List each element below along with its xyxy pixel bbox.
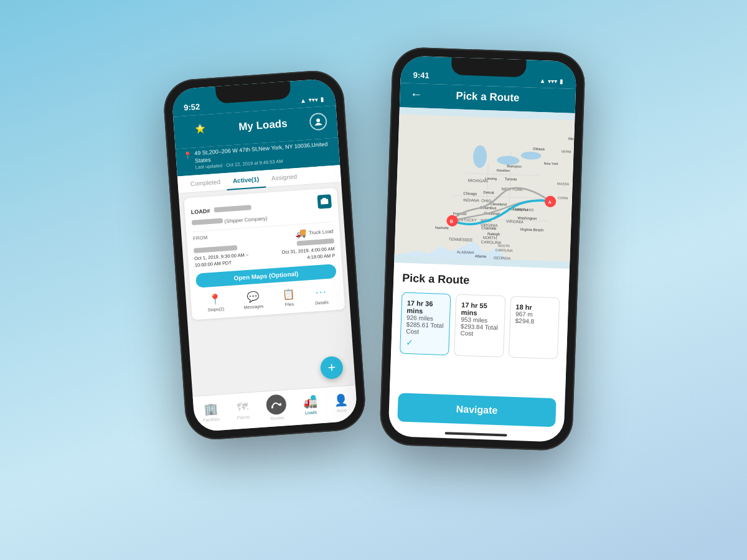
- route-map: MICHIGAN INDIANA OHIO NEW YORK KENTUCKY …: [394, 107, 575, 269]
- location-icon-1: ▲: [300, 97, 307, 105]
- load-id-area: LOAD#: [190, 202, 251, 217]
- header-spacer: [553, 99, 565, 100]
- svg-text:INDIANA: INDIANA: [463, 198, 480, 203]
- tab-active[interactable]: Active(1): [226, 170, 266, 190]
- nav-places[interactable]: 🗺 Places: [236, 400, 250, 419]
- places-icon: 🗺: [237, 400, 248, 414]
- svg-text:New York: New York: [543, 161, 558, 166]
- phone-myloads: 9:52 ▲ ▾▾▾ ▮ My Loads: [162, 69, 367, 442]
- action-files[interactable]: 📋 Files: [282, 288, 296, 307]
- back-button[interactable]: ←: [410, 87, 423, 102]
- details-icon: ···: [315, 286, 327, 299]
- svg-text:B: B: [450, 218, 454, 224]
- status-icons-1: ▲ ▾▾▾ ▮: [300, 96, 325, 105]
- facilities-icon: 🏢: [204, 402, 218, 416]
- battery-icon-1: ▮: [320, 96, 324, 103]
- load-id-value: [214, 205, 251, 213]
- shipper-blur: [192, 218, 223, 225]
- svg-text:Atlanta: Atlanta: [475, 254, 487, 258]
- loads-badge: [311, 395, 316, 401]
- status-time-2: 9:41: [413, 70, 430, 80]
- svg-point-2: [316, 118, 320, 122]
- svg-text:CONN: CONN: [558, 196, 568, 200]
- notch-2: [451, 57, 527, 77]
- svg-text:TENNESSEE: TENNESSEE: [449, 237, 473, 242]
- navigate-button[interactable]: Navigate: [397, 393, 556, 427]
- wifi-icon-1: ▾▾▾: [308, 96, 318, 103]
- action-details[interactable]: ··· Details: [314, 285, 329, 305]
- svg-text:Nashville: Nashville: [435, 226, 449, 230]
- page-title-1: My Loads: [216, 116, 310, 134]
- route-option-1[interactable]: 17 hr 36 mins 926 miles $285.61 Total Co…: [400, 292, 451, 356]
- phone-pickroute: 9:41 ▲ ▾▾▾ ▮ ← Pick a Route: [379, 47, 586, 451]
- route-option-3[interactable]: 18 hr 967 m $294.8: [509, 296, 560, 360]
- battery-icon-2: ▮: [560, 78, 563, 85]
- status-icons-2: ▲ ▾▾▾ ▮: [539, 77, 563, 85]
- svg-text:Mo: Mo: [568, 137, 574, 141]
- svg-text:Lansing: Lansing: [485, 176, 497, 180]
- svg-text:Ottawa: Ottawa: [533, 147, 545, 151]
- svg-text:Raleigh: Raleigh: [487, 232, 500, 236]
- svg-text:ALABAMA: ALABAMA: [457, 250, 474, 254]
- app-logo-1: [184, 118, 217, 142]
- svg-text:MASSA: MASSA: [557, 182, 570, 186]
- load-card: LOAD# (Shipper Company): [184, 188, 345, 320]
- fab-button[interactable]: +: [320, 356, 344, 380]
- home-indicator: [388, 426, 563, 442]
- svg-text:Detroit: Detroit: [483, 190, 494, 195]
- action-messages[interactable]: 💬 Messages: [243, 291, 264, 310]
- svg-text:Hamilton: Hamilton: [497, 168, 510, 172]
- svg-text:Toronto: Toronto: [505, 177, 518, 182]
- svg-text:VERM: VERM: [561, 149, 571, 154]
- route-options: 17 hr 36 mins 926 miles $285.61 Total Co…: [400, 292, 560, 360]
- action-stops[interactable]: 📍 Stops(2): [207, 293, 224, 312]
- svg-text:Charlotte: Charlotte: [481, 226, 497, 230]
- nav-loads[interactable]: 🚛 Loads: [303, 395, 318, 415]
- load-badge: [317, 195, 332, 209]
- user-avatar-1[interactable]: [309, 113, 327, 131]
- svg-text:MARYLAND: MARYLAND: [515, 207, 533, 212]
- status-time-1: 9:52: [184, 102, 200, 113]
- home-bar: [445, 432, 507, 436]
- page-title-2: Pick a Route: [422, 88, 553, 105]
- stops-icon: 📍: [209, 293, 222, 306]
- svg-rect-4: [322, 198, 326, 200]
- tab-completed[interactable]: Completed: [184, 173, 227, 193]
- svg-text:GEORGIA: GEORGIA: [494, 256, 511, 260]
- files-icon: 📋: [282, 288, 295, 301]
- open-maps-button[interactable]: Open Maps (Optional): [195, 264, 337, 288]
- nav-facilities[interactable]: 🏢 Facilities: [202, 402, 220, 422]
- check-icon: ✓: [405, 337, 444, 348]
- svg-text:Brampton: Brampton: [507, 164, 522, 169]
- route-section-title: Pick a Route: [402, 272, 561, 291]
- svg-text:Washington: Washington: [517, 216, 537, 220]
- nav-routes[interactable]: Routes: [266, 394, 288, 421]
- tab-assigned[interactable]: Assigned: [265, 168, 304, 187]
- account-icon: 👤: [334, 393, 348, 407]
- location-icon-2: ▲: [539, 77, 545, 84]
- bottom-nav-1: 🏢 Facilities 🗺 Places Routes: [193, 385, 358, 432]
- route-option-2[interactable]: 17 hr 55 mins 953 miles $293.84 Total Co…: [454, 294, 505, 358]
- svg-text:Chicago: Chicago: [463, 192, 477, 196]
- routes-icon-circle: [266, 394, 287, 415]
- messages-icon: 💬: [247, 291, 260, 303]
- action-row: 📍 Stops(2) 💬 Messages 📋 Files ··· Detail…: [197, 284, 339, 314]
- pin-icon: 📍: [183, 151, 192, 160]
- map-svg: MICHIGAN INDIANA OHIO NEW YORK KENTUCKY …: [394, 107, 575, 269]
- wifi-icon-2: ▾▾▾: [548, 78, 557, 85]
- route-section: Pick a Route 17 hr 36 mins 926 miles $28…: [390, 263, 570, 394]
- nav-account[interactable]: 👤 Acco: [334, 393, 349, 413]
